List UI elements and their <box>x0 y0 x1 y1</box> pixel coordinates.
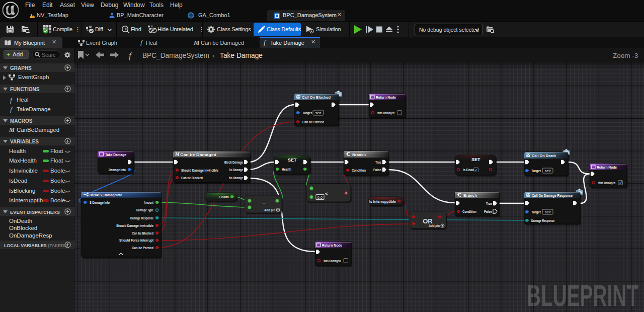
svg-text:Take Damage: Take Damage <box>220 51 263 59</box>
svg-text:BPC_DamageSystem: BPC_DamageSystem <box>142 51 209 59</box>
svg-text:Should Force Interrupt: Should Force Interrupt <box>119 239 154 243</box>
svg-text:Was Damaged: Was Damaged <box>377 111 394 115</box>
svg-text:Damage Type: Damage Type <box>136 208 153 212</box>
svg-text:self: self <box>545 210 551 214</box>
svg-text:Was Damaged: Was Damaged <box>324 259 341 263</box>
svg-text:self: self <box>545 169 551 173</box>
svg-text:Condition: Condition <box>462 210 476 213</box>
svg-text:Damage Info: Damage Info <box>109 168 126 172</box>
svg-text:True: True <box>486 202 492 205</box>
svg-text:Break S_DamageInfo: Break S_DamageInfo <box>90 193 122 197</box>
svg-text:Amount: Amount <box>144 201 154 204</box>
svg-text:Can be Parried: Can be Parried <box>132 246 153 250</box>
svg-text:Call On Damage Response: Call On Damage Response <box>532 193 573 198</box>
svg-text:Target: Target <box>531 210 541 214</box>
svg-text:<=: <= <box>325 191 331 196</box>
svg-text:Target: Target <box>531 169 541 173</box>
svg-text:Was Damaged: Was Damaged <box>598 181 615 185</box>
svg-text:Health: Health <box>282 168 291 171</box>
svg-text:Can be Damaged: Can be Damaged <box>180 152 216 157</box>
svg-text:Add pin: Add pin <box>429 223 440 228</box>
svg-text:Damage Response: Damage Response <box>130 216 153 220</box>
svg-text:Take Damage: Take Damage <box>105 152 127 157</box>
svg-text:Return Node: Return Node <box>597 165 617 170</box>
svg-text:Return Node: Return Node <box>376 95 396 100</box>
svg-text:Target: Target <box>302 111 312 115</box>
svg-text:No Damage: No Damage <box>229 176 243 180</box>
svg-text:False: False <box>373 168 381 172</box>
svg-text:–: – <box>263 200 266 206</box>
svg-text:Block Damage: Block Damage <box>224 161 243 165</box>
svg-text:Should Damage Invincible: Should Damage Invincible <box>181 169 218 173</box>
svg-text:M: M <box>175 152 180 157</box>
svg-text:Is Interrupptible: Is Interrupptible <box>369 199 396 204</box>
svg-text:0.0: 0.0 <box>317 195 323 200</box>
svg-text:Can be Blocked: Can be Blocked <box>181 176 203 180</box>
svg-text:›: › <box>212 52 214 59</box>
svg-text:False: False <box>484 210 492 213</box>
svg-text:True: True <box>375 161 381 164</box>
svg-text:Can be Parried: Can be Parried <box>302 120 324 124</box>
svg-text:Do Damage: Do Damage <box>229 168 243 172</box>
svg-text:Health: Health <box>219 195 229 199</box>
svg-text:Call On Death: Call On Death <box>532 153 556 158</box>
svg-text:Should Damage Invincible: Should Damage Invincible <box>116 224 153 228</box>
svg-text:Call On Blocked: Call On Blocked <box>302 95 331 100</box>
svg-text:Is Dead: Is Dead <box>463 168 474 172</box>
svg-text:Branch: Branch <box>352 152 366 157</box>
svg-text:Can be Blocked: Can be Blocked <box>132 231 153 235</box>
svg-text:Condition: Condition <box>352 169 366 172</box>
svg-text:Add pin: Add pin <box>264 208 275 212</box>
svg-text:S Damage Info: S Damage Info <box>90 201 110 205</box>
svg-text:Damage Response: Damage Response <box>531 219 554 223</box>
svg-text:SET: SET <box>471 157 480 162</box>
svg-text:Branch: Branch <box>463 193 477 198</box>
svg-text:SET: SET <box>288 158 297 163</box>
svg-text:Return Node: Return Node <box>322 243 342 248</box>
svg-text:self: self <box>315 111 322 115</box>
svg-text:Zoom -3: Zoom -3 <box>613 52 638 59</box>
